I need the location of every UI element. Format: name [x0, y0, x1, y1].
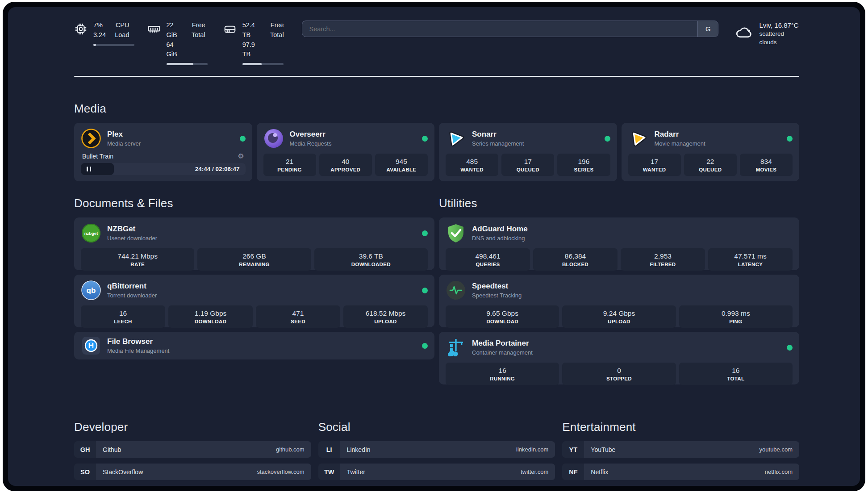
stat-upload: 9.24 GbpsUPLOAD — [562, 305, 676, 328]
entertainment-section-title: Entertainment — [562, 420, 799, 434]
ram-total-label: Total — [192, 30, 205, 40]
ram-free-label: Free — [192, 21, 205, 30]
cloud-icon — [734, 23, 753, 44]
cpu-progress-bar — [93, 44, 134, 46]
app-name: Plex — [107, 130, 141, 140]
app-name: qBittorrent — [107, 281, 157, 292]
link-name: LinkedIn — [347, 446, 371, 453]
dashboard: 7%3.24 CPULoad 22 GiB64 GiB FreeTotal — [8, 7, 860, 486]
link-twitter[interactable]: TW Twittertwitter.com — [318, 464, 555, 480]
app-card-portainer[interactable]: Media Portainer Container management 16R… — [439, 332, 799, 384]
stackoverflow-icon: SO — [74, 464, 96, 480]
app-name: File Browser — [107, 337, 169, 347]
status-dot — [787, 136, 793, 142]
stat-latency: 47.571 msLATENCY — [708, 248, 793, 271]
status-dot — [787, 345, 793, 351]
now-playing-title: Bullet Train — [82, 153, 113, 160]
header-divider — [74, 76, 799, 77]
ram-total: 64 GiB — [167, 40, 183, 60]
section-media: Media Plex Media server — [74, 102, 799, 181]
link-name: Netflix — [591, 468, 608, 476]
link-name: StackOverflow — [103, 468, 143, 476]
app-card-qbittorrent[interactable]: qb qBittorrent Torrent downloader 16LEEC… — [74, 275, 434, 327]
link-stackoverflow[interactable]: SO StackOverflowstackoverflow.com — [74, 464, 311, 480]
stat-stopped: 0STOPPED — [562, 363, 676, 385]
section-utilities: Utilities AdGuard Home — [439, 196, 799, 384]
app-name: Overseerr — [290, 130, 332, 140]
player-time: 24:44 / 02:06:47 — [195, 166, 246, 172]
app-card-adguard[interactable]: AdGuard Home DNS and adblocking 498,461Q… — [439, 217, 799, 270]
link-url: linkedin.com — [516, 446, 548, 453]
app-card-filebrowser[interactable]: File Browser Media File Management — [74, 332, 434, 359]
player-progress — [81, 163, 114, 175]
status-dot — [422, 136, 428, 142]
metric-cpu: 7%3.24 CPULoad — [74, 21, 129, 46]
stat-download: 1.19 GbpsDOWNLOAD — [168, 305, 253, 328]
gear-icon[interactable]: ⚙ — [238, 153, 244, 160]
app-subtitle: Container management — [472, 349, 533, 357]
section-entertainment: Entertainment YT YouTubeyoutube.com NF N… — [562, 420, 799, 486]
plex-player-bar: 24:44 / 02:06:47 — [81, 163, 246, 175]
link-linkedin[interactable]: LI LinkedInlinkedin.com — [318, 441, 555, 458]
stat-filtered: 2,953FILTERED — [621, 248, 705, 271]
overseerr-icon — [263, 128, 284, 149]
status-dot — [605, 136, 610, 142]
link-url: twitter.com — [521, 468, 548, 475]
linkedin-icon: LI — [318, 441, 340, 458]
app-subtitle: Series management — [472, 140, 524, 148]
link-github[interactable]: GH Githubgithub.com — [74, 441, 311, 458]
link-url: youtube.com — [760, 446, 793, 453]
app-subtitle: Media Requests — [290, 140, 332, 148]
app-name: Media Portainer — [472, 338, 533, 349]
stat-blocked: 86,384BLOCKED — [533, 248, 618, 271]
qbittorrent-icon: qb — [81, 280, 101, 301]
disk-icon — [223, 21, 237, 59]
search-input[interactable] — [302, 21, 698, 37]
search-engine-button[interactable]: G — [697, 21, 718, 37]
app-card-sonarr[interactable]: Sonarr Series management 485WANTED 17QUE… — [439, 123, 617, 181]
app-card-overseerr[interactable]: Overseerr Media Requests 21PENDING 40APP… — [257, 123, 435, 181]
stat-wanted: 17WANTED — [628, 154, 681, 176]
app-subtitle: Usenet downloader — [107, 234, 157, 242]
stat-total: 16TOTAL — [679, 363, 793, 385]
disk-total-label: Total — [270, 30, 284, 40]
link-netflix[interactable]: NF Netflixnetflix.com — [562, 464, 799, 480]
section-developer: Developer GH Githubgithub.com SO StackOv… — [74, 420, 311, 486]
stat-queries: 498,461QUERIES — [446, 248, 530, 271]
status-dot — [422, 343, 428, 349]
stat-wanted: 485WANTED — [446, 154, 498, 176]
app-subtitle: Speedtest Tracking — [472, 292, 522, 300]
stat-movies: 834MOVIES — [740, 154, 793, 176]
svg-text:nzbget: nzbget — [84, 231, 98, 236]
sonarr-icon — [446, 128, 466, 149]
app-card-plex[interactable]: Plex Media server Bullet Train ⚙ 24:44 /… — [74, 123, 252, 181]
stat-queued: 17QUEUED — [501, 154, 554, 176]
svg-text:qb: qb — [87, 286, 96, 295]
stat-series: 196SERIES — [557, 154, 610, 176]
stat-queued: 22QUEUED — [684, 154, 737, 176]
app-card-nzbget[interactable]: nzbget NZBGet Usenet downloader 744.21 M… — [74, 217, 434, 270]
window-frame: 7%3.24 CPULoad 22 GiB64 GiB FreeTotal — [3, 2, 865, 491]
stat-approved: 40APPROVED — [319, 154, 372, 176]
adguard-icon — [446, 223, 466, 243]
cpu-label: CPU — [116, 21, 129, 30]
app-name: Speedtest — [472, 281, 522, 292]
app-card-speedtest[interactable]: Speedtest Speedtest Tracking 9.65 GbpsDO… — [439, 275, 799, 327]
cpu-load: 3.24 — [93, 30, 106, 40]
utilities-section-title: Utilities — [439, 196, 799, 210]
ram-icon — [147, 21, 161, 59]
app-name: AdGuard Home — [472, 224, 528, 234]
weather-widget[interactable]: Lviv, 16.87°C scattered clouds — [734, 21, 799, 47]
app-card-radarr[interactable]: Radarr Movie management 17WANTED 22QUEUE… — [622, 123, 800, 181]
filebrowser-icon — [81, 335, 101, 356]
stat-upload: 618.52 MbpsUPLOAD — [343, 305, 428, 328]
status-dot — [422, 230, 428, 236]
nzbget-icon: nzbget — [81, 223, 101, 243]
section-social: Social LI LinkedInlinkedin.com TW Twitte… — [318, 420, 555, 486]
netflix-icon: NF — [562, 464, 584, 480]
stat-seed: 471SEED — [256, 305, 340, 328]
link-url: stackoverflow.com — [257, 468, 304, 475]
link-youtube[interactable]: YT YouTubeyoutube.com — [562, 441, 799, 458]
pause-icon[interactable] — [87, 167, 88, 171]
search-bar: G — [302, 21, 719, 37]
